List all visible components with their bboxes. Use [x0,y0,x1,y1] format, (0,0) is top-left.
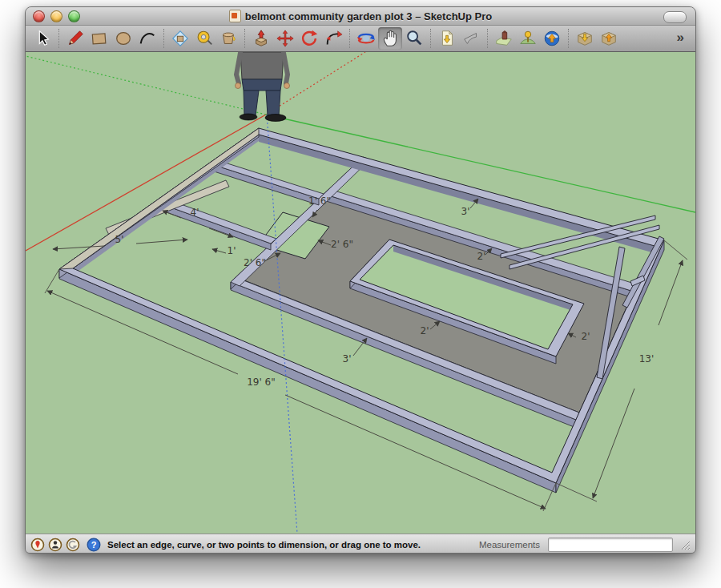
window-title: belmont community garden plot 3 – Sketch… [245,10,492,22]
toolbar: » [26,26,695,52]
person-hand [284,83,290,89]
paint-bucket-icon [219,29,238,48]
zoom-button[interactable] [68,10,80,22]
rectangle-icon [90,29,109,48]
resize-grip[interactable] [679,539,691,550]
circle-tool-button[interactable] [111,27,135,50]
move-tool-button[interactable] [273,27,297,50]
dimension-label: 3' [461,206,470,217]
toolbar-separator [487,29,488,48]
person-shoe [240,114,257,120]
previous-view-button[interactable] [459,27,483,50]
toolbar-separator [430,29,431,48]
push-pull-button[interactable] [249,27,273,50]
status-bar: ? Select an edge, curve, or two points t… [26,534,695,554]
toggle-terrain-icon [518,29,538,48]
title-bar[interactable]: belmont community garden plot 3 – Sketch… [26,7,695,26]
add-location-button[interactable] [492,27,516,50]
tape-measure-button[interactable] [192,27,216,50]
select-arrow-icon [33,29,52,48]
get-models-button[interactable] [573,27,597,50]
rectangle-tool-button[interactable] [87,27,111,50]
svg-text:?: ? [91,540,97,550]
dimension-label: 2' [582,331,590,342]
arc-tool-button[interactable] [135,27,159,50]
dimension-label: 2' 6" [331,239,353,250]
tape-measure-icon [195,29,214,48]
pan-hand-icon [381,29,400,48]
person-shoe [265,115,286,122]
toolbar-separator [58,29,59,48]
dimension-label: 13' [639,353,655,364]
circle-icon [114,29,133,48]
modeling-viewport[interactable]: 4'5'1'1' 6"2' 6"2' 6"3'2'2'2'3'19' 6"13' [26,52,695,534]
dimension-label: 2' [421,325,429,336]
orbit-icon [356,29,376,48]
window-title-wrap: belmont community garden plot 3 – Sketch… [229,10,492,22]
measurements-label: Measurements [479,540,540,550]
share-model-icon [599,29,618,48]
toggle-terrain-button[interactable] [516,27,540,50]
dimension-label: 2' 6" [244,257,266,268]
sketchup-window: belmont community garden plot 3 – Sketch… [25,6,696,554]
dimension-label: 2' [477,251,486,262]
share-model-button[interactable] [597,27,621,50]
dimension-label: 3' [343,353,352,364]
pencil-icon [66,29,85,48]
viewport-canvas: 4'5'1'1' 6"2' 6"2' 6"3'2'2'2'3'19' 6"13' [26,52,695,534]
close-button[interactable] [33,10,45,22]
google-earth-button[interactable] [540,27,564,50]
dimension-label: 4' [191,207,199,218]
dimension-label: 5' [115,234,124,245]
rotate-tool-button[interactable] [297,27,321,50]
make-component-button[interactable] [168,27,192,50]
orbit-tool-button[interactable] [354,27,378,50]
toolbar-overflow-chevron[interactable]: » [677,30,691,47]
toolbar-separator [244,29,245,48]
move-icon [276,29,295,48]
measurements-input[interactable] [548,538,673,552]
page-export-icon [437,29,457,48]
zoom-extents-button[interactable] [435,27,459,50]
geolocation-status-icon[interactable] [30,538,45,552]
push-pull-icon [252,29,271,48]
help-icon[interactable]: ? [87,538,101,552]
toolbar-separator [349,29,350,48]
traffic-lights [33,10,80,22]
follow-me-button[interactable] [321,27,345,50]
zoom-tool-button[interactable] [402,27,426,50]
arc-icon [138,29,157,48]
document-icon [229,10,241,22]
toolbar-separator [163,29,164,48]
watermark-status-icon[interactable] [66,538,80,552]
previous-view-icon [461,29,481,48]
magnifier-icon [405,29,424,48]
toolbar-separator [568,29,569,48]
line-tool-button[interactable] [63,27,87,50]
status-hint-text: Select an edge, curve, or two points to … [107,540,421,550]
select-tool-button[interactable] [30,27,54,50]
toolbar-toggle-capsule[interactable] [663,11,687,23]
google-earth-icon [542,29,562,48]
add-location-icon [494,29,514,48]
follow-me-icon [324,29,343,48]
dimension-label: 1' 6" [308,195,331,207]
make-component-icon [171,29,190,48]
pan-tool-button[interactable] [378,27,402,50]
rotate-icon [300,29,319,48]
dimension-label: 19' 6" [247,377,276,388]
dimension-label: 1' [228,245,236,256]
paint-bucket-button[interactable] [216,27,240,50]
attribution-status-icon[interactable] [48,538,62,552]
minimize-button[interactable] [50,10,62,22]
get-models-icon [575,29,594,48]
person-hand [236,83,241,89]
